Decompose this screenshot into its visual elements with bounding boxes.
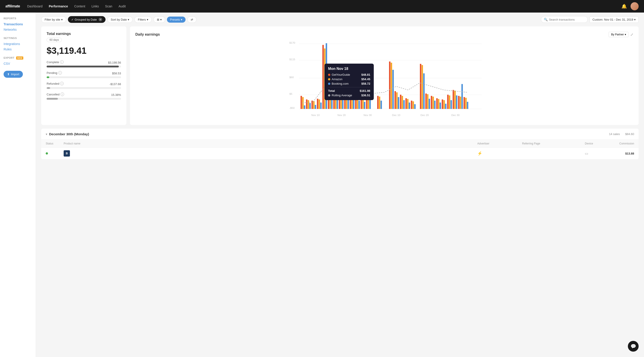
chevron-down-icon: ▾ [625,33,626,36]
svg-rect-26 [319,99,320,109]
svg-rect-20 [308,100,309,109]
group-meta: 14 sales $84.60 [609,132,634,136]
advertiser-link-icon[interactable]: ⚡ [477,151,482,156]
svg-rect-68 [407,99,408,109]
columns-button[interactable]: ⊞ ▾ [154,16,165,23]
sidebar-item-integrations[interactable]: Integrations [4,41,32,46]
nav-dashboard[interactable]: Dashboard [27,4,42,8]
user-avatar[interactable] [630,2,638,10]
device-tablet-icon: ▭ [585,152,588,155]
date-range-button[interactable]: Custom: Nov 01 - Dec 31, 2019 ▾ [590,16,638,23]
cancelled-info-icon[interactable]: i [60,92,64,96]
nav-audit[interactable]: Audit [118,4,126,8]
svg-rect-79 [431,96,432,109]
chevron-down-icon: ▾ [128,18,129,21]
group-date-title: December 30th (Monday) [49,132,607,136]
filter-by-site-button[interactable]: Filter by site ▾ [41,16,66,23]
svg-rect-51 [364,102,365,109]
chart-title: Daily earnings [135,32,160,36]
svg-rect-98 [465,98,466,109]
sidebar-item-networks[interactable]: Networks [4,27,32,32]
nav-right: 🔔 [621,2,638,10]
row-status [46,152,64,155]
expand-chart-icon[interactable]: ⤢ [630,32,633,37]
sidebar-item-rules[interactable]: Rules [4,46,32,52]
svg-text:Nov 10: Nov 10 [312,114,320,116]
product-icon: B [64,150,70,157]
avg-dot [328,94,330,96]
main-content: Filter by site ▾ ✓ Grouped by Date ✕ Sor… [36,12,644,357]
svg-rect-57 [380,101,382,109]
complete-stat: Complete i $3,198.56 [46,60,121,67]
sidebar-reports-title: REPORTS [4,17,32,20]
refunded-stat: Refunded i -$137.68 [46,82,121,89]
nav-performance[interactable]: Performance [49,4,68,8]
sidebar-settings-section: SETTINGS Integrations Rules [4,37,32,52]
cancelled-stat: Cancelled i 15.38% [46,92,121,100]
import-button[interactable]: ⬆ Import [4,71,23,78]
pending-value: $58.53 [112,72,121,75]
sort-by-date-button[interactable]: Sort by Date ▾ [107,16,133,23]
svg-rect-82 [436,98,438,109]
svg-rect-87 [445,104,446,109]
group-sales-count: 14 sales [609,132,620,136]
search-icon: 🔍 [544,18,548,21]
chart-tooltip: Mon Nov 18 GetYourGuide $48.81 Amazon $5… [324,64,374,100]
svg-rect-64 [400,95,401,109]
booking-amount: $58.72 [362,82,370,85]
svg-rect-92 [454,91,456,109]
presets-button[interactable]: Presets ▾ [167,16,186,23]
svg-text:Nov 20: Nov 20 [338,114,346,116]
nav-content[interactable]: Content [74,4,85,8]
svg-rect-67 [405,98,407,109]
svg-rect-19 [306,99,308,109]
col-advertiser: Advertiser [477,142,522,145]
svg-rect-18 [304,105,305,109]
pending-label: Pending i [46,71,62,75]
svg-rect-94 [458,96,459,109]
complete-value: $3,198.56 [108,61,121,64]
collapse-icon: ▾ [46,132,47,136]
chevron-down-icon: ▾ [160,18,162,21]
chevron-down-icon: ▾ [181,18,182,21]
table-row: B ⚡ ▭ $13.88 [41,148,638,159]
total-earnings-card: Total earnings 60 days $3,119.41 Complet… [41,26,126,125]
svg-rect-89 [449,95,450,109]
complete-info-icon[interactable]: i [60,60,64,64]
adjust-icon-button[interactable]: ⇄ [187,16,196,23]
sidebar-export-title: EXPORT NEW [4,56,32,59]
filters-button[interactable]: Filters ▾ [134,16,152,23]
by-partner-button[interactable]: By Partner ▾ [608,32,628,37]
refunded-info-icon[interactable]: i [60,82,64,85]
search-box: 🔍 [541,16,588,23]
pending-info-icon[interactable]: i [58,71,62,75]
sidebar-item-transactions[interactable]: Transactions [4,21,32,27]
table-header: Status Product name Advertiser Referring… [41,140,638,148]
notifications-bell-icon[interactable]: 🔔 [621,3,627,9]
transactions-group-header[interactable]: ▾ December 30th (Monday) 14 sales $84.60 [41,129,638,140]
nav-links[interactable]: Links [92,4,99,8]
svg-rect-55 [377,96,378,109]
search-input[interactable] [549,18,585,21]
col-referring-page: Referring Page [522,142,585,145]
daily-earnings-card: Daily earnings By Partner ▾ ⤢ $170 $ [130,26,638,125]
svg-rect-61 [394,91,396,109]
row-advertiser: ⚡ [477,151,522,156]
cancelled-progress-bg [46,98,121,100]
logo[interactable]: affilimate [6,4,20,8]
cancelled-progress-fill [46,98,58,100]
svg-rect-83 [438,99,439,109]
svg-rect-84 [440,103,441,109]
nav-scan[interactable]: Scan [105,4,112,8]
grouped-by-date-button[interactable]: ✓ Grouped by Date ✕ [68,16,106,23]
svg-rect-24 [315,105,316,109]
complete-progress-fill [46,66,119,67]
sidebar-item-csv[interactable]: CSV [4,61,32,66]
svg-rect-76 [425,94,427,109]
svg-rect-75 [423,73,425,109]
svg-rect-63 [398,97,399,109]
chat-button[interactable]: 💬 [628,341,638,352]
tooltip-date: Mon Nov 18 [328,67,370,71]
remove-filter-icon[interactable]: ✕ [98,18,102,21]
svg-rect-16 [300,96,302,109]
